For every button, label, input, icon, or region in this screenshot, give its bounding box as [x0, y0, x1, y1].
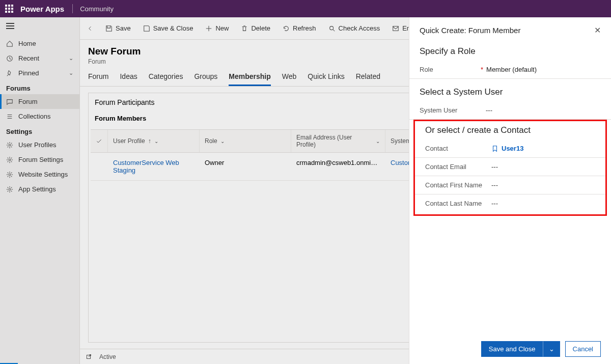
cmd-save[interactable]: Save [100, 21, 136, 35]
nav-collections[interactable]: Collections [0, 109, 79, 124]
col-label: User Profile [113, 137, 145, 145]
nav-label: Collections [18, 113, 51, 120]
back-button[interactable] [82, 22, 98, 35]
group-role-title: Specify a Role [409, 38, 611, 61]
row-checkbox[interactable] [91, 157, 108, 176]
svg-point-3 [9, 174, 11, 176]
nav-group-settings: Settings [0, 124, 79, 137]
field-label: System User [420, 106, 486, 114]
cmd-save-close[interactable]: Save & Close [138, 21, 199, 35]
nav-label: Home [18, 40, 36, 47]
cmd-check-access[interactable]: Check Access [323, 21, 385, 35]
nav-label: Website Settings [18, 171, 68, 178]
list-icon [6, 113, 13, 120]
field-value[interactable]: --- [491, 163, 595, 171]
svg-point-4 [9, 188, 11, 190]
field-contact-last-name[interactable]: Contact Last Name --- [415, 194, 605, 212]
field-value[interactable]: Member (default) [486, 66, 601, 73]
panel-title: Quick Create: Forum Member [420, 26, 520, 35]
sidebar: Home Recent ⌄ Pinned ⌄ Forums Forum Coll… [0, 17, 80, 364]
trash-icon [241, 25, 248, 32]
tab-forum[interactable]: Forum [88, 72, 108, 86]
tab-related[interactable]: Related [356, 72, 380, 86]
highlighted-contact-section: Or select / create a Contact Contact Use… [413, 120, 607, 216]
field-label: Contact Last Name [425, 200, 491, 207]
col-user-profile[interactable]: User Profile ↑ ⌄ [108, 130, 200, 152]
cmd-label: Refresh [293, 24, 316, 32]
chevron-down-icon: ⌄ [220, 138, 225, 144]
save-and-close-button[interactable]: Save and Close [481, 341, 543, 357]
col-role[interactable]: Role ⌄ [200, 130, 291, 152]
svg-point-5 [329, 26, 333, 30]
pin-icon [6, 70, 13, 77]
field-system-user[interactable]: System User --- [409, 101, 611, 120]
field-value[interactable]: User13 [491, 145, 595, 152]
col-label: System [391, 137, 411, 145]
check-access-icon [328, 25, 336, 32]
tab-ideas[interactable]: Ideas [120, 72, 137, 86]
tab-quick-links[interactable]: Quick Links [308, 72, 344, 86]
cancel-button[interactable]: Cancel [565, 341, 601, 357]
row-user-profile[interactable]: CustomerService Web Staging [108, 157, 200, 176]
save-icon [105, 25, 113, 32]
clock-icon [6, 55, 13, 62]
cmd-label: Check Access [339, 24, 380, 32]
app-launcher-icon[interactable] [5, 5, 13, 13]
home-icon [6, 40, 13, 47]
cmd-refresh[interactable]: Refresh [277, 21, 321, 35]
svg-point-1 [9, 144, 11, 146]
popout-icon[interactable] [85, 353, 92, 360]
panel-footer: Save and Close ⌄ Cancel [409, 334, 611, 364]
field-value[interactable]: --- [486, 106, 601, 114]
tab-web[interactable]: Web [282, 72, 297, 86]
close-button[interactable]: ✕ [594, 25, 601, 35]
nav-website-settings[interactable]: Website Settings [0, 167, 79, 182]
gear-icon [6, 171, 13, 178]
field-contact-first-name[interactable]: Contact First Name --- [415, 176, 605, 194]
contact-name: User13 [502, 145, 523, 152]
save-and-close-split-button[interactable]: Save and Close ⌄ [481, 341, 560, 357]
tab-categories[interactable]: Categories [149, 72, 183, 86]
bookmark-icon [491, 145, 498, 152]
nav-label: Forum [18, 98, 38, 105]
gear-icon [6, 156, 13, 163]
field-contact[interactable]: Contact User13 [415, 139, 605, 158]
group-contact-title: Or select / create a Contact [415, 121, 605, 139]
tab-membership[interactable]: Membership [229, 72, 270, 86]
chat-icon [6, 98, 13, 105]
field-value[interactable]: --- [491, 200, 595, 207]
field-label: Contact First Name [425, 181, 491, 189]
col-label: Email Address (User Profile) [296, 134, 373, 148]
cmd-label: New [215, 24, 229, 32]
cmd-new[interactable]: New [200, 21, 234, 35]
tab-groups[interactable]: Groups [194, 72, 217, 86]
group-sysuser-title: Select a System User [409, 79, 611, 101]
nav-pinned[interactable]: Pinned ⌄ [0, 66, 79, 80]
field-contact-email[interactable]: Contact Email --- [415, 158, 605, 176]
gear-icon [6, 142, 13, 149]
field-value[interactable]: --- [491, 181, 595, 189]
environment-name[interactable]: Community [80, 5, 114, 13]
nav-home[interactable]: Home [0, 36, 79, 51]
col-email[interactable]: Email Address (User Profile) ⌄ [291, 130, 385, 152]
row-role: Owner [200, 157, 291, 176]
arrow-left-icon [87, 25, 93, 32]
nav-forum[interactable]: Forum [0, 94, 79, 109]
quick-create-panel: Quick Create: Forum Member ✕ Specify a R… [409, 17, 611, 364]
refresh-icon [283, 25, 290, 32]
save-dropdown-button[interactable]: ⌄ [543, 341, 560, 357]
cmd-label: Save & Close [153, 24, 193, 32]
nav-forum-settings[interactable]: Forum Settings [0, 152, 79, 167]
check-icon [96, 138, 102, 145]
nav-app-settings[interactable]: App Settings [0, 182, 79, 197]
nav-group-forums: Forums [0, 80, 79, 94]
nav-label: Pinned [18, 69, 39, 77]
chevron-down-icon: ⌄ [376, 138, 380, 144]
field-role[interactable]: Role * Member (default) [409, 61, 611, 79]
select-all-checkbox[interactable] [91, 130, 108, 152]
cmd-label: Save [116, 24, 131, 32]
hamburger-button[interactable] [0, 17, 79, 36]
cmd-delete[interactable]: Delete [236, 21, 275, 35]
nav-user-profiles[interactable]: User Profiles [0, 137, 79, 152]
nav-recent[interactable]: Recent ⌄ [0, 51, 79, 66]
